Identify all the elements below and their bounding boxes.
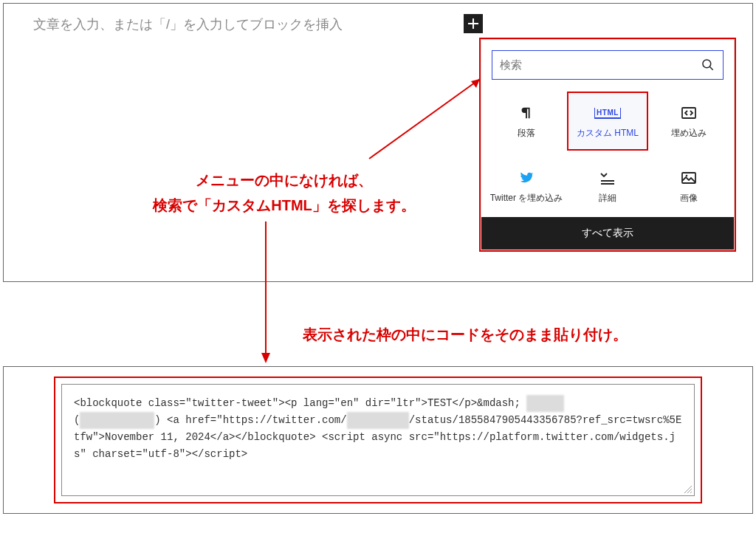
svg-rect-1 <box>682 108 695 118</box>
block-label: カスタム HTML <box>577 128 639 140</box>
block-embed[interactable]: 埋め込み <box>648 92 729 151</box>
code-panel: <blockquote class="twitter-tweet"><p lan… <box>3 366 753 514</box>
svg-rect-2 <box>682 173 695 183</box>
block-inserter-highlight: 検索 段落 HTML カスタム HTML <box>479 38 736 252</box>
twitter-icon <box>518 168 535 188</box>
show-all-button[interactable]: すべて表示 <box>481 217 734 250</box>
block-paragraph[interactable]: 段落 <box>486 92 567 151</box>
search-icon <box>701 58 715 72</box>
block-label: 画像 <box>680 193 698 204</box>
html-icon: HTML <box>594 103 621 123</box>
block-custom-html[interactable]: HTML カスタム HTML <box>567 92 648 151</box>
search-row: 検索 <box>481 40 734 84</box>
block-image[interactable]: 画像 <box>648 157 729 216</box>
svg-line-4 <box>369 79 480 159</box>
block-twitter[interactable]: Twitter を埋め込み <box>486 157 567 216</box>
svg-point-3 <box>686 175 688 177</box>
embed-icon <box>680 103 698 123</box>
block-details[interactable]: 詳細 <box>567 157 648 216</box>
arrow-icon <box>362 70 495 166</box>
block-grid: 段落 HTML カスタム HTML 埋め込み <box>481 84 734 217</box>
annotation-search-hint: メニューの中になければ、 検索で「カスタムHTML」を探します。 <box>122 168 447 218</box>
search-placeholder: 検索 <box>500 58 522 72</box>
redacted-text: ██████ <box>526 395 563 412</box>
html-code-textarea[interactable]: <blockquote class="twitter-tweet"><p lan… <box>61 384 695 496</box>
annotation-paste-hint: 表示された枠の中にコードをそのまま貼り付け。 <box>303 325 628 345</box>
image-icon <box>680 168 698 188</box>
editor-panel: 文章を入力、または「/」を入力してブロックを挿入 検索 <box>3 3 753 282</box>
search-input[interactable]: 検索 <box>492 50 724 80</box>
redacted-text: ██████████ <box>347 412 409 429</box>
editor-placeholder[interactable]: 文章を入力、または「/」を入力してブロックを挿入 <box>33 16 343 33</box>
resize-handle-icon[interactable] <box>684 485 693 494</box>
add-block-button[interactable] <box>464 14 483 33</box>
block-label: 埋め込み <box>671 128 707 140</box>
block-label: 段落 <box>518 128 535 140</box>
redacted-text: █████/██████ <box>80 412 154 429</box>
block-label: Twitter を埋め込み <box>490 193 563 204</box>
code-highlight: <blockquote class="twitter-tweet"><p lan… <box>54 377 702 503</box>
details-icon <box>599 168 616 188</box>
annotation-text: 検索で「カスタムHTML」を探します。 <box>122 193 447 218</box>
svg-point-0 <box>703 60 711 68</box>
annotation-text: メニューの中になければ、 <box>122 168 447 193</box>
plus-icon <box>467 18 479 30</box>
paragraph-icon <box>518 103 535 123</box>
block-inserter-popover: 検索 段落 HTML カスタム HTML <box>481 39 735 250</box>
svg-marker-7 <box>261 353 270 363</box>
block-label: 詳細 <box>599 193 616 204</box>
